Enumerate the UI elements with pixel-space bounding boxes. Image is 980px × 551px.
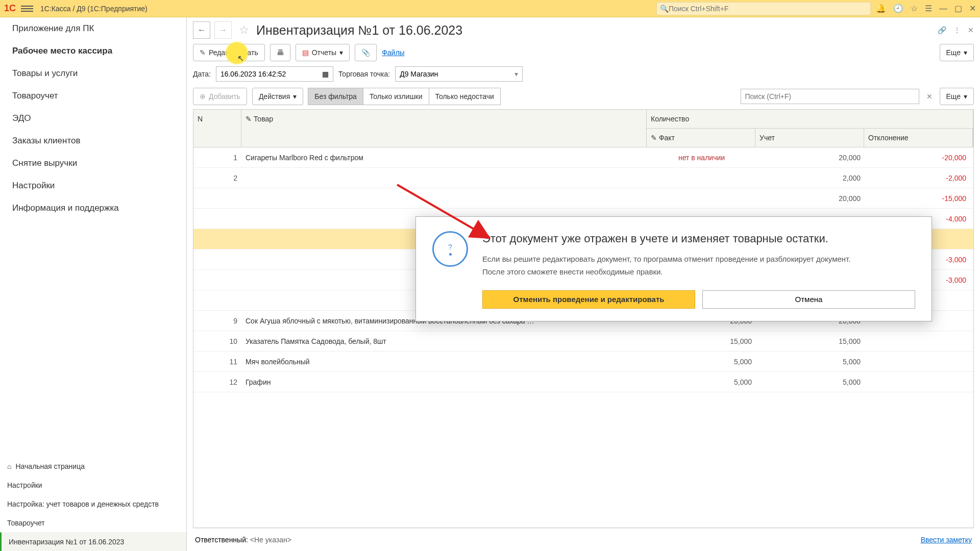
- sidebar-bottom-item[interactable]: Товароучет: [0, 513, 186, 532]
- table-row[interactable]: 10Указатель Памятка Садовода, белый, 8шт…: [193, 331, 973, 352]
- cell-n: 10: [193, 337, 241, 345]
- kebab-icon[interactable]: ⋮: [953, 26, 961, 34]
- pencil-icon: ✎: [246, 115, 252, 123]
- home-icon: ⌂: [7, 462, 11, 470]
- col-dev[interactable]: Отклонение: [864, 129, 973, 147]
- filter-surplus-button[interactable]: Только излишки: [363, 88, 429, 105]
- table-search-input[interactable]: [745, 92, 915, 101]
- more-button-1[interactable]: Еще ▾: [940, 44, 974, 61]
- add-button[interactable]: ⊕ Добавить: [193, 88, 247, 105]
- cell-dev: -2,000: [865, 174, 973, 182]
- table-row[interactable]: 20,000-15,000: [193, 188, 973, 209]
- col-uchet[interactable]: Учет: [755, 129, 864, 147]
- col-tovar-label: Товар: [254, 115, 273, 123]
- cell-name: Сигареты Marlboro Red с фильтром: [241, 154, 647, 162]
- nav-back-button[interactable]: ←: [193, 21, 210, 39]
- cell-uchet: 20,000: [756, 194, 865, 203]
- dialog-body-2: После этого сможете внести необходимые п…: [482, 266, 850, 277]
- filter-shortage-button[interactable]: Только недостачи: [429, 88, 501, 105]
- sidebar-item[interactable]: Снятие выручки: [0, 152, 186, 174]
- files-link[interactable]: Файлы: [382, 48, 404, 57]
- sidebar-item[interactable]: Рабочее место кассира: [0, 40, 186, 62]
- cell-uchet: 5,000: [756, 358, 865, 366]
- sidebar-item[interactable]: ЭДО: [0, 107, 186, 130]
- calendar-icon[interactable]: ▦: [322, 70, 329, 78]
- cell-fact: 5,000: [647, 358, 756, 366]
- app-logo-icon: 1C: [4, 3, 16, 14]
- close-icon[interactable]: ✕: [969, 4, 976, 13]
- settings-lines-icon[interactable]: ☰: [925, 4, 932, 13]
- dialog-cancel-button[interactable]: Отмена: [702, 290, 915, 309]
- cell-dev: -15,000: [865, 194, 973, 203]
- sidebar-item[interactable]: Информация и поддержка: [0, 197, 186, 219]
- reports-button[interactable]: ▤ Отчеты ▾: [296, 44, 350, 61]
- sidebar-bottom-label: Инвентаризация №1 от 16.06.2023: [9, 538, 124, 546]
- chevron-down-icon: ▾: [293, 92, 297, 101]
- store-combo[interactable]: Д9 Магазин ▾: [395, 66, 523, 82]
- responsible-label: Ответственный:: [195, 536, 248, 544]
- add-note-link[interactable]: Ввести заметку: [921, 536, 972, 544]
- sidebar-item[interactable]: Заказы клиентов: [0, 130, 186, 152]
- minimize-icon[interactable]: —: [939, 4, 947, 13]
- date-input[interactable]: 16.06.2023 16:42:52 ▦: [216, 66, 333, 82]
- nav-forward-button[interactable]: →: [214, 21, 232, 39]
- col-n[interactable]: N: [193, 110, 241, 147]
- sidebar-bottom-item[interactable]: ⌂Начальная страница: [0, 457, 186, 475]
- sidebar-bottom-item[interactable]: Настройка: учет товаров и денежных средс…: [0, 494, 186, 513]
- printer-icon: 🖶: [277, 48, 284, 57]
- actions-button[interactable]: Действия ▾: [252, 88, 303, 105]
- table-row[interactable]: 12Графин5,0005,000: [193, 372, 973, 392]
- edit-button[interactable]: ✎ Редактировать ↖: [193, 44, 265, 61]
- cell-fact: нет в наличии: [647, 154, 756, 162]
- chevron-down-icon: ▾: [339, 48, 343, 57]
- cell-uchet: 2,000: [756, 174, 865, 182]
- table-row[interactable]: 1Сигареты Marlboro Red с фильтромнет в н…: [193, 147, 973, 168]
- global-search-input[interactable]: [669, 5, 867, 13]
- date-value: 16.06.2023 16:42:52: [220, 70, 286, 78]
- dialog-primary-button[interactable]: Отменить проведение и редактировать: [482, 290, 695, 309]
- sidebar-bottom-item[interactable]: Настройки: [0, 475, 186, 494]
- favorite-star-icon[interactable]: ☆: [239, 23, 249, 37]
- history-icon[interactable]: 🕘: [893, 4, 903, 13]
- close-panel-icon[interactable]: ✕: [968, 26, 974, 34]
- maximize-icon[interactable]: ▢: [954, 4, 962, 13]
- date-label: Дата:: [193, 70, 211, 78]
- clear-search-icon[interactable]: ✕: [923, 92, 936, 101]
- col-fact[interactable]: ✎ Факт: [647, 129, 755, 147]
- cell-name: Мяч волейбольный: [241, 358, 647, 366]
- cell-uchet: 15,000: [756, 337, 865, 345]
- col-qty-group: Количество ✎ Факт Учет Отклонение: [647, 110, 973, 147]
- global-search[interactable]: 🔍: [656, 2, 871, 15]
- more-button-2[interactable]: Еще ▾: [940, 88, 974, 105]
- table-row[interactable]: 22,000-2,000: [193, 168, 973, 188]
- bell-icon[interactable]: 🔔: [876, 4, 886, 13]
- cell-name: Указатель Памятка Садовода, белый, 8шт: [241, 337, 647, 345]
- sidebar-item[interactable]: Товары и услуги: [0, 62, 186, 85]
- sidebar-item[interactable]: Приложение для ПК: [0, 17, 186, 40]
- plus-circle-icon: ⊕: [200, 92, 206, 101]
- search-icon: 🔍: [660, 5, 669, 13]
- report-icon: ▤: [302, 48, 309, 57]
- attach-button[interactable]: 📎: [355, 44, 377, 61]
- hamburger-icon[interactable]: [21, 3, 33, 15]
- more-button-2-label: Еще: [946, 92, 961, 101]
- print-button[interactable]: 🖶: [270, 44, 290, 61]
- dialog-body-1: Если вы решите редактировать документ, т…: [482, 254, 850, 264]
- link-icon[interactable]: 🔗: [938, 26, 946, 34]
- sidebar-bottom-label: Товароучет: [7, 519, 45, 527]
- table-row[interactable]: 11Мяч волейбольный5,0005,000: [193, 352, 973, 372]
- cell-n: 2: [193, 174, 241, 182]
- cell-n: 9: [193, 317, 241, 325]
- sidebar-bottom-item[interactable]: Инвентаризация №1 от 16.06.2023: [0, 532, 186, 551]
- app-title: 1С:Касса / Д9 (1С:Предприятие): [40, 5, 656, 13]
- chevron-down-icon: ▾: [964, 48, 967, 57]
- table-search[interactable]: [741, 89, 919, 104]
- sidebar-bottom-label: Настройка: учет товаров и денежных средс…: [7, 500, 159, 508]
- filter-none-button[interactable]: Без фильтра: [308, 88, 363, 105]
- sidebar-item[interactable]: Настройки: [0, 174, 186, 197]
- cell-uchet: 5,000: [756, 378, 865, 386]
- star-icon[interactable]: ☆: [911, 4, 918, 13]
- sidebar-item[interactable]: Товароучет: [0, 85, 186, 107]
- content-area: ← → ☆ Инвентаризация №1 от 16.06.2023 🔗 …: [187, 17, 980, 551]
- col-tovar[interactable]: ✎ Товар: [241, 110, 647, 147]
